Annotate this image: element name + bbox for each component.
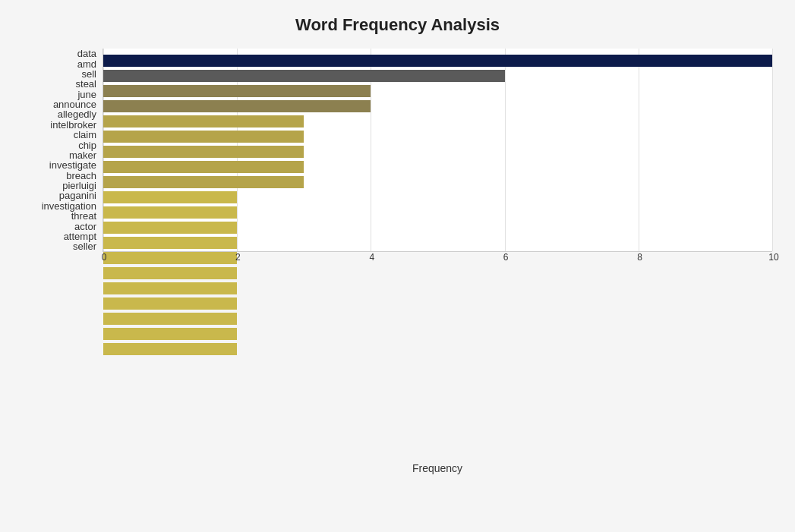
bars-and-grid <box>103 49 772 252</box>
y-label: breach <box>23 171 96 181</box>
x-tick-label: 2 <box>230 252 245 263</box>
bar <box>103 237 237 249</box>
y-label: intelbroker <box>23 120 96 130</box>
bar-row <box>103 129 772 144</box>
grid-line <box>772 49 773 251</box>
bar <box>103 100 371 112</box>
bar <box>103 161 304 173</box>
bar-row <box>103 114 772 129</box>
y-label: steal <box>23 79 96 89</box>
y-label: sell <box>23 69 96 79</box>
bar-row <box>103 190 772 205</box>
bar <box>103 206 237 219</box>
y-label: june <box>23 90 96 99</box>
bar-row <box>103 205 772 220</box>
plot-area: dataamdsellstealjuneannounceallegedlyint… <box>23 49 772 252</box>
bar-row <box>103 220 772 235</box>
y-label: chip <box>23 140 96 150</box>
y-label: amd <box>23 59 96 69</box>
y-label: maker <box>23 150 96 160</box>
y-label: seller <box>23 241 96 251</box>
chart-title: Word Frequency Analysis <box>23 15 772 35</box>
bar-row <box>103 159 772 175</box>
bar-row <box>103 53 772 68</box>
y-label: attempt <box>23 231 96 241</box>
x-axis-title: Frequency <box>103 462 772 474</box>
bars-container <box>103 49 772 251</box>
y-label: data <box>23 49 96 58</box>
bar-row <box>103 83 772 99</box>
y-label: threat <box>23 211 96 221</box>
chart-area: dataamdsellstealjuneannounceallegedlyint… <box>23 49 772 474</box>
y-label: actor <box>23 222 96 231</box>
bar <box>103 115 304 127</box>
bar <box>103 222 237 234</box>
bar-row <box>103 235 772 250</box>
x-tick-label: 6 <box>498 252 513 263</box>
chart-container: Word Frequency Analysis dataamdsellsteal… <box>0 0 795 532</box>
x-tick-label: 0 <box>96 252 112 263</box>
y-labels: dataamdsellstealjuneannounceallegedlyint… <box>23 49 103 252</box>
bar <box>103 131 304 143</box>
y-label: paganini <box>23 190 96 200</box>
bar-row <box>103 144 772 159</box>
x-tick-label: 4 <box>364 252 380 263</box>
y-label: investigation <box>23 201 96 211</box>
x-tick-label: 10 <box>766 252 781 263</box>
bar <box>103 55 772 67</box>
y-label: claim <box>23 130 96 140</box>
y-label: allegedly <box>23 109 96 119</box>
bar <box>103 176 304 188</box>
bar <box>103 146 304 158</box>
x-tick-label: 8 <box>633 252 648 263</box>
x-axis-labels: 0246810 <box>103 252 772 460</box>
bar-row <box>103 68 772 83</box>
bar <box>103 85 371 97</box>
y-label: investigate <box>23 160 96 170</box>
bar-row <box>103 175 772 190</box>
bar-row <box>103 99 772 114</box>
bar <box>103 191 237 203</box>
y-label: pierluigi <box>23 181 96 190</box>
bar <box>103 70 505 82</box>
y-label: announce <box>23 99 96 109</box>
